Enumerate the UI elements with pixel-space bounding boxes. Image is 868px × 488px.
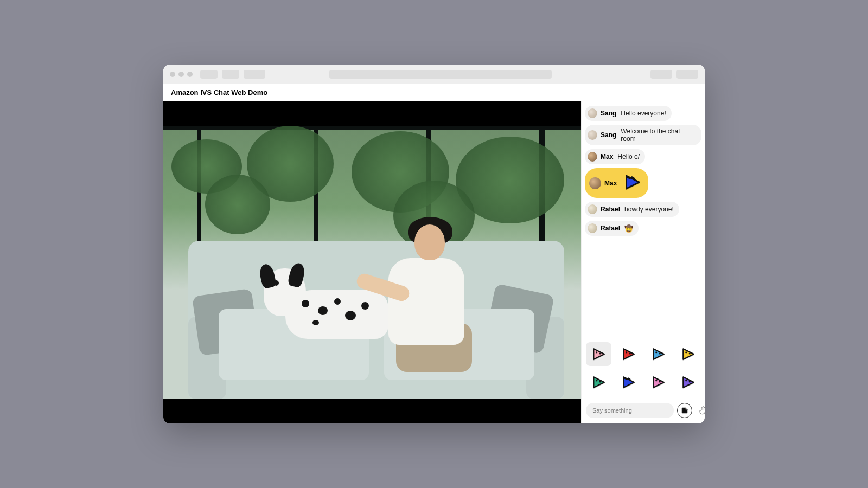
chat-username: Sang [601, 131, 616, 139]
chat-sticker-icon [623, 174, 641, 192]
avatar [588, 130, 597, 140]
chat-emoji: 🤠 [624, 224, 633, 233]
chat-text: Hello o/ [617, 153, 640, 160]
browser-action-placeholder [676, 70, 698, 79]
raise-hand-button[interactable] [695, 403, 705, 418]
chat-message: MaxHello o/ [585, 149, 645, 164]
sticker-tray [582, 339, 705, 400]
sticker-option-pink[interactable] [586, 342, 611, 366]
browser-tab-placeholder [200, 70, 218, 79]
avatar [588, 204, 597, 214]
svg-point-5 [659, 352, 661, 354]
chat-message: SangWelcome to the chat room [585, 125, 701, 145]
svg-point-9 [599, 381, 601, 382]
svg-point-8 [596, 380, 598, 381]
chat-username: Max [604, 179, 617, 187]
sticker-option-yellow[interactable] [675, 342, 700, 366]
browser-tab-placeholder [244, 70, 265, 79]
address-bar-placeholder[interactable] [329, 70, 552, 79]
browser-window: Amazon IVS Chat Web Demo [163, 65, 705, 423]
sticker-option-purple[interactable] [675, 370, 700, 394]
traffic-light-min-icon[interactable] [178, 72, 184, 77]
chat-text: Hello everyone! [621, 110, 666, 117]
chat-text: howdy everyone! [624, 206, 674, 213]
chat-message: SangHello everyone! [585, 106, 672, 121]
svg-point-7 [688, 352, 690, 354]
chat-username: Rafael [601, 224, 620, 232]
sticker-option-red[interactable] [616, 342, 641, 366]
raise-hand-icon [698, 406, 705, 415]
chat-composer [582, 400, 705, 423]
chat-message: Rafaelhowdy everyone! [585, 202, 679, 217]
sticker-option-teal[interactable] [586, 370, 611, 394]
chat-message: Rafael🤠 [585, 221, 639, 236]
avatar [588, 152, 597, 162]
traffic-light-close-icon[interactable] [170, 72, 175, 77]
svg-point-4 [655, 351, 657, 353]
sticker-icon [681, 407, 688, 414]
sticker-option-skyblue[interactable] [646, 342, 671, 366]
browser-chrome [163, 65, 705, 84]
avatar [588, 223, 597, 233]
svg-point-3 [629, 352, 631, 354]
video-player[interactable] [163, 101, 581, 423]
app-header: Amazon IVS Chat Web Demo [163, 84, 705, 101]
sticker-option-blue-cool[interactable] [616, 370, 641, 394]
svg-point-6 [685, 351, 687, 353]
svg-point-13 [688, 381, 690, 382]
svg-point-1 [599, 352, 601, 354]
chat-username: Sang [601, 110, 616, 117]
video-frame [163, 126, 581, 400]
avatar [588, 108, 597, 118]
chat-messages: SangHello everyone!SangWelcome to the ch… [582, 101, 705, 339]
chat-input[interactable] [586, 403, 674, 418]
chat-username: Rafael [601, 206, 620, 213]
chat-username: Max [601, 153, 613, 160]
page-title: Amazon IVS Chat Web Demo [171, 88, 267, 97]
svg-point-10 [655, 380, 657, 381]
traffic-light-max-icon[interactable] [187, 72, 193, 77]
chat-panel: SangHello everyone!SangWelcome to the ch… [581, 101, 705, 423]
chat-message: Max [585, 168, 648, 198]
sticker-button[interactable] [677, 403, 692, 418]
chat-text: Welcome to the chat room [621, 127, 696, 143]
svg-point-2 [626, 351, 627, 353]
browser-tab-placeholder [222, 70, 239, 79]
avatar [589, 177, 601, 189]
traffic-lights [170, 72, 193, 77]
browser-action-placeholder [650, 70, 672, 79]
sticker-option-pink2[interactable] [646, 370, 671, 394]
svg-point-12 [685, 380, 687, 381]
svg-point-0 [596, 351, 598, 353]
app-content: SangHello everyone!SangWelcome to the ch… [163, 101, 705, 423]
svg-point-11 [659, 381, 661, 382]
